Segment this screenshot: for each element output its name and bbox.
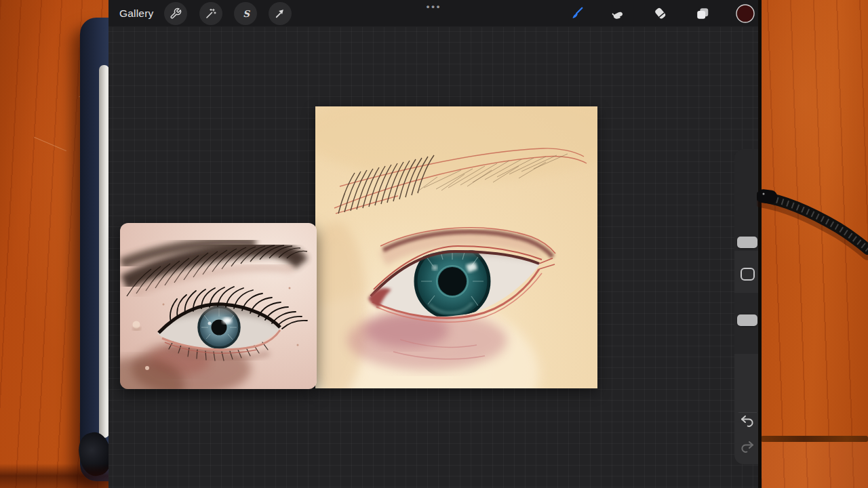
desk-shadow [0, 464, 114, 488]
device-white-edge [99, 65, 109, 438]
smudge-tool-button[interactable] [607, 2, 630, 25]
svg-text:S: S [243, 8, 250, 19]
layers-button[interactable] [691, 2, 714, 25]
charging-cable [757, 178, 868, 266]
brush-tool-button[interactable] [565, 2, 588, 25]
sidebar-divider [738, 412, 757, 413]
magic-wand-icon [205, 7, 217, 20]
gallery-button[interactable]: Gallery [119, 0, 154, 27]
modify-button[interactable] [741, 268, 755, 281]
eraser-icon [653, 6, 668, 21]
eye-painting [315, 106, 597, 388]
transform-button[interactable] [269, 2, 292, 25]
selection-button[interactable]: S [234, 2, 257, 25]
reference-eye-image [120, 223, 317, 389]
multitask-dots[interactable]: ••• [407, 1, 461, 12]
actions-button[interactable] [164, 2, 187, 25]
undo-arrow-icon [740, 413, 755, 428]
brush-size-slider-handle[interactable] [737, 237, 757, 248]
desk-board-seam [761, 436, 868, 442]
wrench-icon [170, 7, 182, 20]
move-arrow-icon [274, 7, 286, 20]
color-swatch-icon [735, 3, 755, 24]
undo-button[interactable] [740, 413, 755, 431]
procreate-screenshot: Gallery S [0, 0, 868, 488]
smudge-finger-icon [611, 6, 626, 21]
brush-opacity-slider-handle[interactable] [737, 314, 757, 326]
adjustments-button[interactable] [199, 2, 222, 25]
reference-photo[interactable] [120, 223, 317, 389]
layers-icon [695, 6, 710, 21]
s-curve-icon: S [239, 7, 252, 20]
drawing-canvas[interactable] [315, 106, 597, 388]
desk-board-lower [761, 442, 868, 488]
paintbrush-icon [569, 6, 584, 21]
top-toolbar: Gallery S [108, 0, 761, 27]
redo-button[interactable] [740, 439, 755, 457]
redo-arrow-icon [740, 439, 755, 454]
ipad-screen: Gallery S [108, 0, 761, 488]
color-button[interactable] [734, 2, 757, 25]
erase-tool-button[interactable] [649, 2, 672, 25]
